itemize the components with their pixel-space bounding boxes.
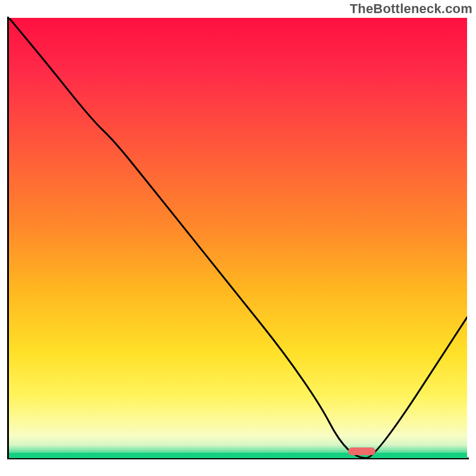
green-baseline-band: [9, 453, 467, 458]
heat-gradient-background: [9, 18, 467, 458]
optimal-range-marker: [348, 447, 375, 455]
watermark-text: TheBottleneck.com: [350, 1, 472, 17]
plot-area: [9, 18, 467, 458]
chart-stage: TheBottleneck.com: [0, 0, 476, 476]
